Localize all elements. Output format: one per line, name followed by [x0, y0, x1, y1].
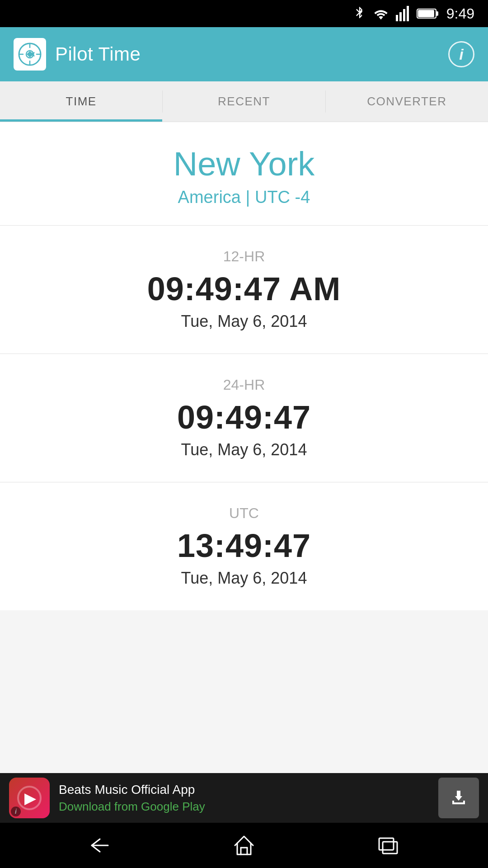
nav-back-button[interactable] — [87, 835, 113, 855]
recents-icon — [375, 835, 401, 855]
status-time: 9:49 — [446, 5, 474, 22]
app-logo — [14, 38, 46, 71]
time-value-12hr: 09:49:47 AM — [18, 270, 470, 307]
time-date-12hr: Tue, May 6, 2014 — [18, 312, 470, 331]
time-format-label-24hr: 24-HR — [18, 377, 470, 393]
nav-recents-button[interactable] — [375, 835, 401, 855]
time-section-24hr: 24-HR 09:49:47 Tue, May 6, 2014 — [0, 354, 488, 482]
download-icon — [449, 788, 469, 808]
main-content: New York America | UTC -4 12-HR 09:49:47… — [0, 122, 488, 610]
svg-rect-3 — [407, 6, 409, 21]
app-title: Pilot Time — [55, 43, 141, 65]
time-format-label-utc: UTC — [18, 505, 470, 522]
ad-logo-inner: ▶ — [17, 786, 42, 810]
svg-rect-18 — [379, 838, 394, 850]
time-date-24hr: Tue, May 6, 2014 — [18, 440, 470, 459]
status-bar: 9:49 — [0, 0, 488, 27]
battery-icon — [417, 7, 439, 20]
nav-home-button[interactable] — [233, 834, 255, 857]
svg-rect-5 — [436, 11, 438, 16]
time-date-utc: Tue, May 6, 2014 — [18, 569, 470, 588]
ad-play-icon: ▶ — [24, 789, 36, 807]
time-format-label-12hr: 12-HR — [18, 248, 470, 265]
city-timezone: America | UTC -4 — [18, 188, 470, 207]
wifi-icon — [373, 7, 389, 20]
tab-bar: TIME RECENT CONVERTER — [0, 81, 488, 122]
ad-info-icon: i — [11, 807, 21, 816]
time-section-12hr: 12-HR 09:49:47 AM Tue, May 6, 2014 — [0, 226, 488, 354]
tab-time[interactable]: TIME — [0, 81, 162, 122]
svg-rect-19 — [383, 842, 397, 854]
tab-converter[interactable]: CONVERTER — [326, 81, 488, 122]
city-name: New York — [18, 145, 470, 183]
time-section-utc: UTC 13:49:47 Tue, May 6, 2014 — [0, 482, 488, 610]
home-icon — [233, 834, 255, 857]
header-left: Pilot Time — [14, 38, 141, 71]
ad-logo: ▶ i — [9, 778, 50, 818]
svg-rect-6 — [418, 10, 434, 17]
ad-text: Beats Music Official App Download from G… — [59, 783, 429, 814]
signal-icon — [396, 6, 409, 21]
nav-bar — [0, 823, 488, 868]
pilot-time-logo-icon — [18, 42, 42, 66]
app-header: Pilot Time i — [0, 27, 488, 81]
back-icon — [87, 835, 113, 855]
ad-download-button[interactable] — [438, 778, 479, 818]
time-value-utc: 13:49:47 — [18, 527, 470, 564]
svg-rect-1 — [399, 12, 402, 21]
tab-recent[interactable]: RECENT — [163, 81, 325, 122]
ad-banner[interactable]: ▶ i Beats Music Official App Download fr… — [0, 773, 488, 823]
bluetooth-icon — [353, 6, 366, 21]
info-button[interactable]: i — [448, 41, 474, 67]
city-section: New York America | UTC -4 — [0, 122, 488, 225]
ad-subtitle: Download from Google Play — [59, 800, 429, 814]
svg-rect-2 — [403, 9, 405, 21]
svg-rect-0 — [396, 15, 398, 21]
ad-title: Beats Music Official App — [59, 783, 429, 797]
status-icons: 9:49 — [353, 5, 474, 22]
time-value-24hr: 09:49:47 — [18, 399, 470, 436]
